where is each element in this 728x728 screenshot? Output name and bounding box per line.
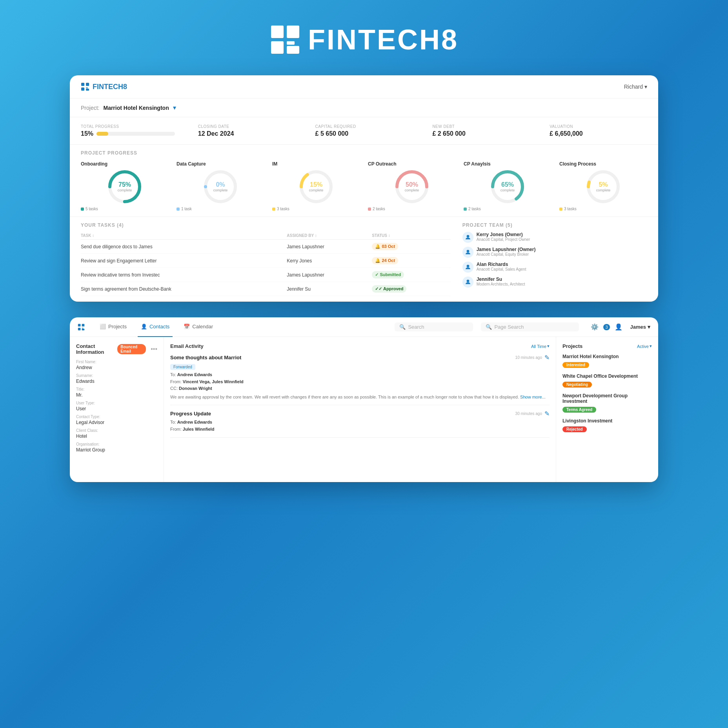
task-cell: Sign terms agreement from Deutsche-Bank xyxy=(81,282,287,296)
dashboard-header: FINTECH8 Richard ▾ xyxy=(70,75,658,98)
svg-rect-0 xyxy=(271,25,284,38)
team-role: Modern Architects, Architect xyxy=(477,282,647,286)
nav-contacts[interactable]: 👤 Contacts xyxy=(138,317,173,337)
email-panel-header: Email Activity All Time ▾ xyxy=(170,343,550,349)
metric-total-progress: TOTAL PROGRESS 15% xyxy=(81,124,178,137)
status-cell: ✓✓ Approved xyxy=(372,282,450,296)
svg-rect-8 xyxy=(86,89,89,91)
team-header: PROJECT TEAM (5) xyxy=(462,222,647,228)
team-member: Jennifer Su Modern Architects, Architect xyxy=(462,277,647,288)
notification-icon[interactable]: 3 xyxy=(603,324,610,330)
email-subject: Progress Update xyxy=(170,411,211,417)
svg-rect-28 xyxy=(78,328,81,330)
project-item-name: Livingston Investment xyxy=(562,418,652,424)
contact-field: Client Class: Hotel xyxy=(76,428,157,439)
email-filter[interactable]: All Time ▾ xyxy=(531,344,550,349)
svg-rect-1 xyxy=(287,25,299,38)
status-badge: ✓ Submitted xyxy=(372,271,404,278)
tasks-table: TASK ↕ ASSIGNED BY ↕ STATUS ↕ Send due d… xyxy=(81,232,451,296)
circle-wrapper: 15% complete xyxy=(298,169,334,204)
contacts-body: Contact Information Bounced Email ••• Fi… xyxy=(70,337,658,482)
contact-panel-header: Contact Information Bounced Email ••• xyxy=(76,343,157,355)
search-icon: 🔍 xyxy=(399,324,406,330)
app-header: FINTECH8 xyxy=(269,24,459,56)
nav-search-box[interactable]: 🔍 Search xyxy=(395,322,473,331)
team-avatar xyxy=(462,247,473,258)
field-label: Contact Type: xyxy=(76,415,157,419)
metric-valuation: VALUATION £ 6,650,000 xyxy=(550,124,647,137)
circle-title: IM xyxy=(272,161,277,167)
field-label: Client Class: xyxy=(76,428,157,433)
circle-wrapper: 65% complete xyxy=(490,169,525,204)
email-subject: Some thoughts about Marriot xyxy=(170,355,241,360)
metric-capital: CAPITAL REQUIRED £ 5 650 000 xyxy=(315,124,413,137)
circle-wrapper: 5% complete xyxy=(586,169,621,204)
team-name: Alan Richards xyxy=(477,262,647,267)
email-item: Some thoughts about Marriot 10 minutes a… xyxy=(170,354,550,405)
field-value: Hotel xyxy=(76,433,157,439)
field-value: Marriot Group xyxy=(76,447,157,453)
progress-bar-fill xyxy=(96,132,108,136)
team-member: Alan Richards Anacott Capital, Sales Age… xyxy=(462,262,647,273)
svg-rect-2 xyxy=(271,41,284,54)
projects-filter[interactable]: Active ▾ xyxy=(637,344,652,349)
progress-bar-bg xyxy=(96,132,175,136)
contact-info-panel: Contact Information Bounced Email ••• Fi… xyxy=(70,337,164,482)
contact-more-icon[interactable]: ••• xyxy=(151,346,157,353)
project-name: Marriot Hotel Kensington xyxy=(103,105,169,111)
svg-rect-4 xyxy=(287,41,295,45)
page-search-icon: 🔍 xyxy=(486,324,492,330)
nav-icons: ⚙️ 3 👤 xyxy=(591,323,622,331)
email-time: 30 minutes ago xyxy=(515,411,542,416)
project-dropdown-icon[interactable]: ▾ xyxy=(173,104,176,111)
field-value: User xyxy=(76,406,157,411)
svg-point-25 xyxy=(466,280,469,282)
dashboard-user[interactable]: Richard ▾ xyxy=(624,84,647,90)
field-label: Organisation: xyxy=(76,442,157,446)
show-more-link[interactable]: Show more... xyxy=(520,395,546,399)
svg-point-23 xyxy=(466,250,469,253)
settings-icon[interactable]: ⚙️ xyxy=(591,323,599,331)
circle-card-im: IM 15% complete 3 tasks xyxy=(272,161,360,211)
assigned-cell: Kerry Jones xyxy=(287,254,372,268)
bottom-section: YOUR TASKS (4) TASK ↕ ASSIGNED BY ↕ STAT… xyxy=(70,217,658,302)
nav-projects[interactable]: ⬜ Projects xyxy=(96,317,130,337)
email-edit-icon[interactable]: ✎ xyxy=(544,354,550,361)
svg-rect-9 xyxy=(86,87,88,88)
status-badge: ✓✓ Approved xyxy=(372,285,406,293)
nav-calendar[interactable]: 📅 Calendar xyxy=(180,317,216,337)
progress-circles: Onboarding 75% complete 5 tasks Data Cap… xyxy=(70,156,658,217)
status-col-header: STATUS ↕ xyxy=(372,232,450,240)
email-activity-panel: Email Activity All Time ▾ Some thoughts … xyxy=(164,337,556,482)
field-value: Mr. xyxy=(76,392,157,398)
email-edit-icon[interactable]: ✎ xyxy=(544,410,550,417)
metric-closing-date: CLOSING DATE 12 Dec 2024 xyxy=(198,124,296,137)
svg-point-24 xyxy=(466,265,469,268)
team-avatar xyxy=(462,277,473,288)
circle-card-data-capture: Data Capture 0% complete 1 task xyxy=(177,161,264,211)
email-time: 10 minutes ago xyxy=(515,355,542,360)
nav-user[interactable]: James ▾ xyxy=(630,324,650,330)
project-status-badge: Terms Agreed xyxy=(562,407,596,413)
task-cell: Send due diligence docs to James xyxy=(81,240,287,254)
circle-card-onboarding: Onboarding 75% complete 5 tasks xyxy=(81,161,169,211)
assigned-cell: James Lapushner xyxy=(287,240,372,254)
nav-page-search-box[interactable]: 🔍 Page Search xyxy=(481,322,579,331)
circle-title: CP Outreach xyxy=(368,161,396,167)
email-item-header: Some thoughts about Marriot 10 minutes a… xyxy=(170,354,550,361)
svg-rect-5 xyxy=(81,83,84,86)
svg-rect-3 xyxy=(287,46,299,54)
contact-field: Organisation: Marriot Group xyxy=(76,442,157,453)
circle-wrapper: 75% complete xyxy=(107,169,142,204)
email-item-header: Progress Update 30 minutes ago ✎ xyxy=(170,410,550,417)
task-cell: Review and sign Engagement Letter xyxy=(81,254,287,268)
team-member: Kerry Jones (Owner) Anacott Capital, Pro… xyxy=(462,232,647,243)
circle-card-closing-process: Closing Process 5% complete 3 tasks xyxy=(559,161,647,211)
table-row: Review indicative terms from Investec Ja… xyxy=(81,268,451,282)
contact-info-title: Contact Information xyxy=(76,343,114,355)
project-item: Livingston Investment Rejected xyxy=(562,418,652,432)
user-avatar-icon[interactable]: 👤 xyxy=(615,323,622,331)
team-role: Anacott Capital, Equity Broker xyxy=(477,252,647,257)
metric-debt: NEW DEBT £ 2 650 000 xyxy=(432,124,530,137)
contact-field: Surname: Edwards xyxy=(76,373,157,384)
